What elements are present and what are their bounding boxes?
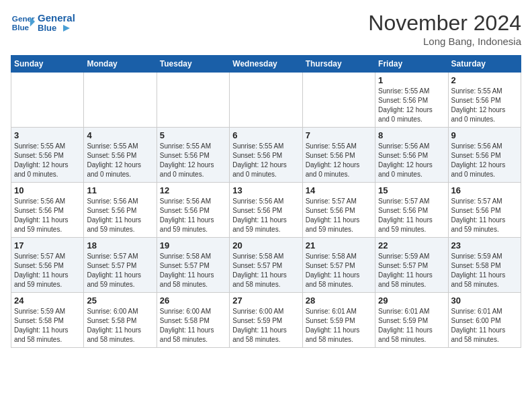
calendar-cell bbox=[84, 73, 157, 128]
day-info: Sunrise: 5:57 AMSunset: 5:56 PMDaylight:… bbox=[306, 197, 372, 234]
day-number: 19 bbox=[160, 240, 226, 250]
day-info: Sunrise: 5:57 AMSunset: 5:57 PMDaylight:… bbox=[87, 252, 153, 289]
month-title: November 2024 bbox=[368, 11, 521, 36]
day-info: Sunrise: 5:58 AMSunset: 5:57 PMDaylight:… bbox=[160, 252, 226, 289]
day-info: Sunrise: 5:56 AMSunset: 5:56 PMDaylight:… bbox=[87, 197, 153, 234]
day-info: Sunrise: 6:00 AMSunset: 5:58 PMDaylight:… bbox=[87, 307, 153, 345]
calendar-cell: 20Sunrise: 5:58 AMSunset: 5:57 PMDayligh… bbox=[230, 238, 302, 293]
calendar-cell: 7Sunrise: 5:55 AMSunset: 5:56 PMDaylight… bbox=[302, 128, 375, 183]
day-number: 29 bbox=[378, 295, 445, 306]
calendar-cell: 10Sunrise: 5:56 AMSunset: 5:56 PMDayligh… bbox=[11, 183, 84, 238]
day-number: 22 bbox=[378, 240, 445, 250]
day-number: 26 bbox=[160, 295, 226, 306]
day-info: Sunrise: 5:59 AMSunset: 5:57 PMDaylight:… bbox=[378, 252, 445, 289]
calendar-cell: 18Sunrise: 5:57 AMSunset: 5:57 PMDayligh… bbox=[84, 238, 157, 293]
location: Long Bang, Indonesia bbox=[368, 36, 521, 47]
calendar-cell: 2Sunrise: 5:55 AMSunset: 5:56 PMDaylight… bbox=[448, 73, 521, 128]
weekday-header-sunday: Sunday bbox=[11, 56, 84, 73]
day-number: 5 bbox=[160, 130, 226, 140]
calendar-cell: 22Sunrise: 5:59 AMSunset: 5:57 PMDayligh… bbox=[375, 238, 448, 293]
calendar-cell: 30Sunrise: 6:01 AMSunset: 6:00 PMDayligh… bbox=[448, 293, 521, 348]
calendar-cell: 23Sunrise: 5:59 AMSunset: 5:58 PMDayligh… bbox=[448, 238, 521, 293]
calendar-cell: 4Sunrise: 5:55 AMSunset: 5:56 PMDaylight… bbox=[84, 128, 157, 183]
day-info: Sunrise: 5:55 AMSunset: 5:56 PMDaylight:… bbox=[451, 87, 518, 124]
calendar-cell: 6Sunrise: 5:55 AMSunset: 5:56 PMDaylight… bbox=[230, 128, 302, 183]
calendar-cell bbox=[157, 73, 229, 128]
day-number: 21 bbox=[306, 240, 372, 250]
day-info: Sunrise: 5:57 AMSunset: 5:56 PMDaylight:… bbox=[451, 197, 518, 234]
calendar-cell: 15Sunrise: 5:57 AMSunset: 5:56 PMDayligh… bbox=[375, 183, 448, 238]
calendar-cell: 24Sunrise: 5:59 AMSunset: 5:58 PMDayligh… bbox=[11, 293, 84, 348]
day-info: Sunrise: 5:57 AMSunset: 5:56 PMDaylight:… bbox=[14, 252, 81, 289]
calendar-week-1: 3Sunrise: 5:55 AMSunset: 5:56 PMDaylight… bbox=[11, 128, 521, 183]
day-number: 28 bbox=[306, 295, 372, 306]
day-number: 1 bbox=[378, 75, 445, 85]
day-number: 16 bbox=[451, 185, 518, 195]
calendar-cell: 12Sunrise: 5:56 AMSunset: 5:56 PMDayligh… bbox=[157, 183, 229, 238]
calendar-week-4: 24Sunrise: 5:59 AMSunset: 5:58 PMDayligh… bbox=[11, 293, 521, 348]
day-info: Sunrise: 6:00 AMSunset: 5:59 PMDaylight:… bbox=[232, 307, 299, 345]
day-info: Sunrise: 5:55 AMSunset: 5:56 PMDaylight:… bbox=[160, 142, 226, 179]
calendar-cell: 29Sunrise: 6:01 AMSunset: 5:59 PMDayligh… bbox=[375, 293, 448, 348]
day-info: Sunrise: 5:55 AMSunset: 5:56 PMDaylight:… bbox=[378, 87, 445, 124]
weekday-header-friday: Friday bbox=[375, 56, 448, 73]
day-number: 6 bbox=[232, 130, 299, 140]
calendar-cell: 16Sunrise: 5:57 AMSunset: 5:56 PMDayligh… bbox=[448, 183, 521, 238]
day-number: 15 bbox=[378, 185, 445, 195]
day-number: 4 bbox=[87, 130, 153, 140]
calendar-body: 1Sunrise: 5:55 AMSunset: 5:56 PMDaylight… bbox=[11, 73, 521, 348]
day-number: 23 bbox=[451, 240, 518, 250]
calendar-cell: 17Sunrise: 5:57 AMSunset: 5:56 PMDayligh… bbox=[11, 238, 84, 293]
day-info: Sunrise: 5:56 AMSunset: 5:56 PMDaylight:… bbox=[378, 142, 445, 179]
calendar-cell: 14Sunrise: 5:57 AMSunset: 5:56 PMDayligh… bbox=[302, 183, 375, 238]
day-number: 13 bbox=[232, 185, 299, 195]
calendar-cell bbox=[230, 73, 302, 128]
calendar-cell: 25Sunrise: 6:00 AMSunset: 5:58 PMDayligh… bbox=[84, 293, 157, 348]
day-number: 12 bbox=[160, 185, 226, 195]
day-info: Sunrise: 6:01 AMSunset: 5:59 PMDaylight:… bbox=[306, 307, 372, 345]
calendar-cell: 13Sunrise: 5:56 AMSunset: 5:56 PMDayligh… bbox=[230, 183, 302, 238]
day-number: 8 bbox=[378, 130, 445, 140]
day-info: Sunrise: 5:55 AMSunset: 5:56 PMDaylight:… bbox=[14, 142, 81, 179]
calendar-cell: 27Sunrise: 6:00 AMSunset: 5:59 PMDayligh… bbox=[230, 293, 302, 348]
day-number: 25 bbox=[87, 295, 153, 306]
day-number: 17 bbox=[14, 240, 81, 250]
logo-wing-icon bbox=[58, 24, 70, 33]
calendar-cell: 1Sunrise: 5:55 AMSunset: 5:56 PMDaylight… bbox=[375, 73, 448, 128]
calendar-cell bbox=[11, 73, 84, 128]
calendar-week-0: 1Sunrise: 5:55 AMSunset: 5:56 PMDaylight… bbox=[11, 73, 521, 128]
logo: General Blue General Blue bbox=[11, 11, 75, 35]
calendar-week-2: 10Sunrise: 5:56 AMSunset: 5:56 PMDayligh… bbox=[11, 183, 521, 238]
day-number: 2 bbox=[451, 75, 518, 85]
svg-text:Blue: Blue bbox=[12, 23, 30, 32]
day-number: 20 bbox=[232, 240, 299, 250]
day-info: Sunrise: 5:59 AMSunset: 5:58 PMDaylight:… bbox=[14, 307, 81, 345]
calendar-cell: 21Sunrise: 5:58 AMSunset: 5:57 PMDayligh… bbox=[302, 238, 375, 293]
weekday-row: SundayMondayTuesdayWednesdayThursdayFrid… bbox=[11, 56, 521, 73]
svg-marker-3 bbox=[63, 25, 70, 32]
day-info: Sunrise: 6:01 AMSunset: 6:00 PMDaylight:… bbox=[451, 307, 518, 345]
day-number: 7 bbox=[306, 130, 372, 140]
calendar-table: SundayMondayTuesdayWednesdayThursdayFrid… bbox=[11, 55, 521, 348]
day-info: Sunrise: 5:56 AMSunset: 5:56 PMDaylight:… bbox=[451, 142, 518, 179]
weekday-header-tuesday: Tuesday bbox=[157, 56, 229, 73]
day-info: Sunrise: 5:56 AMSunset: 5:56 PMDaylight:… bbox=[160, 197, 226, 234]
day-info: Sunrise: 5:56 AMSunset: 5:56 PMDaylight:… bbox=[232, 197, 299, 234]
day-info: Sunrise: 5:56 AMSunset: 5:56 PMDaylight:… bbox=[14, 197, 81, 234]
day-info: Sunrise: 5:58 AMSunset: 5:57 PMDaylight:… bbox=[306, 252, 372, 289]
day-number: 3 bbox=[14, 130, 81, 140]
calendar-cell: 8Sunrise: 5:56 AMSunset: 5:56 PMDaylight… bbox=[375, 128, 448, 183]
day-info: Sunrise: 5:59 AMSunset: 5:58 PMDaylight:… bbox=[451, 252, 518, 289]
logo-text: General Blue bbox=[38, 13, 75, 34]
day-number: 14 bbox=[306, 185, 372, 195]
day-number: 24 bbox=[14, 295, 81, 306]
day-info: Sunrise: 5:57 AMSunset: 5:56 PMDaylight:… bbox=[378, 197, 445, 234]
logo-icon: General Blue bbox=[11, 11, 35, 35]
calendar-cell: 9Sunrise: 5:56 AMSunset: 5:56 PMDaylight… bbox=[448, 128, 521, 183]
calendar-cell: 26Sunrise: 6:00 AMSunset: 5:58 PMDayligh… bbox=[157, 293, 229, 348]
calendar-cell: 11Sunrise: 5:56 AMSunset: 5:56 PMDayligh… bbox=[84, 183, 157, 238]
weekday-header-saturday: Saturday bbox=[448, 56, 521, 73]
day-number: 10 bbox=[14, 185, 81, 195]
day-info: Sunrise: 5:55 AMSunset: 5:56 PMDaylight:… bbox=[232, 142, 299, 179]
calendar-header: SundayMondayTuesdayWednesdayThursdayFrid… bbox=[11, 56, 521, 73]
